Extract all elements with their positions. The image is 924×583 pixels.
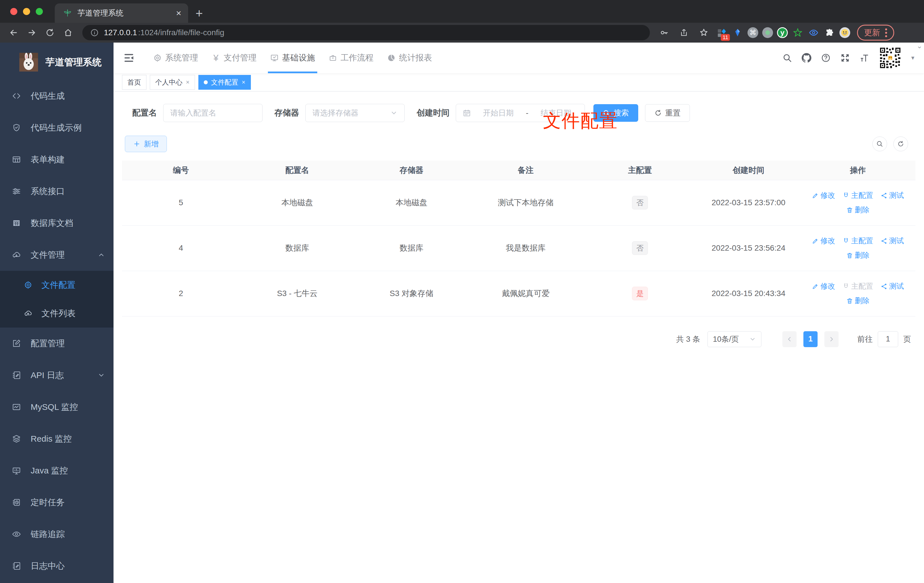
- sidebar-item-file-config[interactable]: 文件配置: [0, 271, 114, 299]
- page-number-1[interactable]: 1: [804, 331, 818, 347]
- browser-tab[interactable]: 芋道管理系统 ×: [55, 3, 188, 23]
- font-size-icon[interactable]: [860, 53, 869, 63]
- sidebar-item-api-log[interactable]: API 日志: [0, 359, 114, 391]
- reload-button[interactable]: [42, 25, 58, 41]
- next-page-button[interactable]: [824, 331, 838, 347]
- tag-home[interactable]: 首页: [122, 75, 147, 90]
- sidebar-item-system-api[interactable]: 系统接口: [0, 175, 114, 207]
- pagination: 共 3 条 10条/页 1 前往 页: [122, 331, 916, 347]
- share-icon[interactable]: [676, 25, 692, 41]
- yen-icon: ¥: [212, 54, 220, 62]
- col-storage: 存储器: [355, 161, 468, 180]
- extensions-puzzle-icon[interactable]: [823, 27, 835, 39]
- topnav-item-system[interactable]: 系统管理: [150, 43, 201, 73]
- sidebar-item-form-builder[interactable]: 表单构建: [0, 144, 114, 175]
- topnav-item-workflow[interactable]: 工作流程: [326, 43, 376, 73]
- extension-green-dot-icon[interactable]: [762, 27, 773, 38]
- refresh-table-button[interactable]: [893, 137, 908, 151]
- delete-action[interactable]: 删除: [846, 296, 870, 306]
- url-bar[interactable]: 127.0.0.1 :1024/infra/file/file-config: [82, 25, 650, 40]
- page-size-select[interactable]: 10条/页: [708, 331, 761, 347]
- zoom-window-button[interactable]: [36, 8, 43, 15]
- start-date-placeholder[interactable]: 开始日期: [477, 108, 520, 118]
- edit-action[interactable]: 修改: [812, 190, 835, 200]
- prev-page-button[interactable]: [782, 331, 797, 347]
- sidebar-item-db-doc[interactable]: 数据库文档: [0, 207, 114, 239]
- tag-file-config[interactable]: 文件配置 ×: [198, 75, 251, 90]
- edit-square-icon: [12, 339, 21, 348]
- site-info-icon[interactable]: [90, 28, 99, 37]
- extension-star-icon[interactable]: [792, 27, 804, 39]
- reset-button[interactable]: 重置: [645, 104, 690, 122]
- fullscreen-icon[interactable]: [840, 53, 850, 63]
- sidebar-item-java-monitor[interactable]: Java 监控: [0, 455, 114, 487]
- add-button[interactable]: 新增: [125, 135, 167, 152]
- sidebar-menu: 代码生成 代码生成示例 表单构建 系统接口 数据库文档 文件管理: [0, 80, 114, 582]
- browser-update-button[interactable]: 更新: [857, 25, 894, 41]
- table-row: 4 数据库 数据库 我是数据库 否 2022-03-15 23:56:24 修改…: [122, 225, 916, 271]
- extension-command-icon[interactable]: ⌘: [747, 27, 758, 38]
- master-config-action[interactable]: 主配置: [843, 236, 873, 246]
- github-icon[interactable]: [802, 53, 811, 63]
- sidebar-item-scheduled-tasks[interactable]: 定时任务: [0, 487, 114, 518]
- topnav-item-reports[interactable]: 统计报表: [384, 43, 435, 73]
- topnav-item-infrastructure[interactable]: 基础设施: [267, 43, 318, 73]
- user-menu-caret-icon[interactable]: ▾: [911, 54, 914, 61]
- cloud-download-icon: [12, 250, 21, 259]
- toolbar-caret-icon[interactable]: ⌄: [917, 42, 922, 50]
- test-action[interactable]: 测试: [881, 236, 904, 246]
- goto-page-input[interactable]: [878, 331, 898, 347]
- url-host: 127.0.0.1: [104, 28, 137, 37]
- profile-emoji-icon[interactable]: [840, 27, 850, 38]
- window-controls[interactable]: [0, 0, 55, 23]
- delete-action[interactable]: 删除: [846, 205, 870, 215]
- user-avatar-qr[interactable]: [879, 46, 902, 69]
- master-config-action[interactable]: 主配置: [843, 190, 873, 200]
- chart-box-icon: [12, 403, 21, 411]
- new-tab-button[interactable]: +: [188, 6, 210, 20]
- storage-select[interactable]: 请选择存储器: [305, 104, 405, 122]
- sidebar-item-tracing[interactable]: 链路追踪: [0, 518, 114, 550]
- forward-button[interactable]: [24, 25, 40, 41]
- extension-tag-manager-icon[interactable]: 11: [716, 27, 728, 39]
- home-button[interactable]: [60, 25, 76, 41]
- back-button[interactable]: [6, 25, 21, 41]
- edit-action[interactable]: 修改: [812, 281, 835, 291]
- tag-profile[interactable]: 个人中心 ×: [150, 75, 195, 90]
- sidebar-item-code-gen-example[interactable]: 代码生成示例: [0, 112, 114, 144]
- config-name-input-field[interactable]: [170, 109, 256, 117]
- chevron-down-icon: [749, 336, 756, 343]
- edit-action[interactable]: 修改: [812, 236, 835, 246]
- delete-action[interactable]: 删除: [846, 250, 870, 260]
- extension-balloon-icon[interactable]: [732, 27, 744, 39]
- sidebar-item-config-management[interactable]: 配置管理: [0, 327, 114, 359]
- password-key-icon[interactable]: [656, 25, 672, 41]
- extension-eye-icon[interactable]: [808, 27, 820, 39]
- collapse-sidebar-icon[interactable]: [123, 52, 135, 64]
- sidebar-item-mysql-monitor[interactable]: MySQL 监控: [0, 391, 114, 423]
- tag-close-icon[interactable]: ×: [242, 79, 246, 86]
- config-name-input[interactable]: [163, 104, 262, 122]
- tag-close-icon[interactable]: ×: [186, 79, 190, 86]
- range-separator: -: [526, 109, 528, 117]
- table-row: 5 本地磁盘 本地磁盘 测试下本地存储 否 2022-03-15 23:57:0…: [122, 180, 916, 225]
- test-action[interactable]: 测试: [881, 190, 904, 200]
- sidebar-item-file-list[interactable]: 文件列表: [0, 299, 114, 327]
- sidebar-item-log-center[interactable]: 日志中心: [0, 550, 114, 582]
- sidebar-item-code-gen[interactable]: 代码生成: [0, 80, 114, 112]
- sidebar-item-redis-monitor[interactable]: Redis 监控: [0, 423, 114, 455]
- toggle-search-button[interactable]: [872, 137, 887, 151]
- test-action[interactable]: 测试: [881, 281, 904, 291]
- topnav-item-payment[interactable]: ¥ 支付管理: [209, 43, 259, 73]
- search-icon[interactable]: [782, 53, 792, 63]
- extension-y-icon[interactable]: y: [777, 27, 788, 38]
- form-grid-icon: [12, 155, 21, 164]
- tab-close-icon[interactable]: ×: [176, 8, 182, 18]
- browser-menu-icon[interactable]: [885, 28, 887, 37]
- edit-pencil-icon: [812, 283, 819, 290]
- minimize-window-button[interactable]: [23, 8, 30, 15]
- sidebar-item-file-management[interactable]: 文件管理: [0, 239, 114, 271]
- close-window-button[interactable]: [10, 8, 17, 15]
- help-icon[interactable]: [821, 53, 831, 63]
- bookmark-star-icon[interactable]: [696, 25, 712, 41]
